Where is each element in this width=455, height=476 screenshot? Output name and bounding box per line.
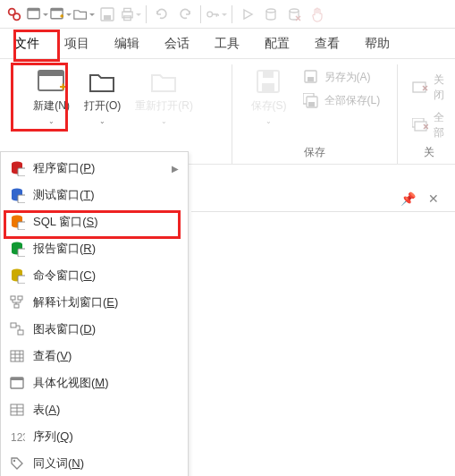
- ribbon-saveall-button[interactable]: 全部保存(L): [298, 89, 386, 111]
- key-icon[interactable]: [206, 4, 227, 25]
- svg-rect-44: [11, 378, 23, 380]
- svg-rect-17: [262, 83, 274, 91]
- separator: [200, 5, 201, 23]
- database-x-icon[interactable]: [283, 4, 305, 25]
- svg-rect-38: [18, 296, 22, 300]
- database-orange-icon: [8, 213, 26, 231]
- close-all-icon: [412, 117, 428, 133]
- submenu-view-query[interactable]: 查看(V): [1, 343, 188, 370]
- submenu-label: 具体化视图(M): [33, 375, 109, 391]
- window-new-icon: [37, 68, 67, 95]
- tree-icon: [8, 293, 26, 311]
- database-green-icon: [8, 240, 26, 258]
- svg-text:123: 123: [11, 431, 25, 444]
- ribbon: 新建(N) ⌄ 打开(O) ⌄ 重新打开(R) ⌄: [0, 59, 455, 165]
- database-yellow-icon: [8, 267, 26, 285]
- ribbon-group-save: 保存(S) ⌄ 另存为(A) 全部保存(L) 保存: [238, 64, 391, 164]
- ribbon-separator: [397, 64, 398, 164]
- hand-icon[interactable]: [307, 4, 328, 25]
- print-icon[interactable]: [120, 4, 141, 25]
- folder-reopen-icon: [149, 68, 180, 95]
- gear-icon[interactable]: [4, 4, 25, 25]
- ribbon-close-button[interactable]: 关闭: [407, 70, 455, 106]
- submenu-label: 测试窗口(T): [33, 187, 95, 203]
- submenu-command-window[interactable]: 命令窗口(C): [1, 262, 188, 289]
- ribbon-closeall-button[interactable]: 全部: [407, 107, 455, 143]
- svg-point-1: [13, 13, 20, 20]
- window-icon: [8, 374, 26, 392]
- svg-rect-39: [14, 304, 19, 308]
- submenu-label: 同义词(N): [33, 455, 84, 472]
- menu-edit[interactable]: 编辑: [104, 29, 150, 58]
- save-icon[interactable]: [97, 4, 118, 25]
- submenu-label: 解释计划窗口(E): [33, 294, 118, 310]
- ribbon-new-label: 新建(N): [33, 98, 70, 114]
- menu-tools[interactable]: 工具: [204, 29, 250, 58]
- submenu-label: 查看(V): [33, 348, 72, 364]
- svg-rect-18: [263, 72, 274, 78]
- undo-icon[interactable]: [151, 4, 173, 25]
- menu-session[interactable]: 会话: [154, 29, 200, 58]
- close-icon[interactable]: ✕: [428, 191, 439, 206]
- submenu-label: 报告窗口(R): [33, 241, 96, 257]
- save-all-icon: [303, 92, 319, 108]
- svg-rect-42: [11, 351, 23, 361]
- new-window-icon[interactable]: [27, 4, 48, 25]
- submenu-label: 序列(Q): [33, 429, 73, 445]
- submenu-arrow-icon: ▶: [172, 164, 179, 174]
- new-tab-icon[interactable]: [50, 4, 72, 25]
- svg-rect-5: [51, 8, 63, 11]
- separator: [146, 5, 147, 23]
- menu-help[interactable]: 帮助: [354, 29, 400, 58]
- submenu-sql-window[interactable]: SQL 窗口(S): [1, 208, 188, 235]
- ribbon-saveall-label: 全部保存(L): [324, 93, 381, 108]
- menu-view[interactable]: 查看: [304, 29, 350, 58]
- open-folder-icon[interactable]: [73, 4, 95, 25]
- redo-icon[interactable]: [174, 4, 196, 25]
- svg-point-12: [266, 9, 275, 13]
- submenu-label: SQL 窗口(S): [33, 214, 98, 230]
- chevron-down-icon: ⌄: [161, 117, 167, 125]
- submenu-sequence[interactable]: 123 序列(Q): [1, 423, 188, 450]
- pin-icon[interactable]: 📌: [400, 191, 416, 206]
- grid-icon: [8, 347, 26, 365]
- submenu-label: 图表窗口(D): [33, 321, 96, 337]
- submenu-test-window[interactable]: 测试窗口(T): [1, 182, 188, 208]
- menu-config[interactable]: 配置: [254, 29, 300, 58]
- submenu-program-window[interactable]: 程序窗口(P) ▶: [1, 155, 188, 182]
- submenu-report-window[interactable]: 报告窗口(R): [1, 235, 188, 262]
- svg-rect-15: [38, 71, 63, 76]
- submenu-label: 程序窗口(P): [33, 160, 95, 176]
- chevron-down-icon: ⌄: [265, 117, 272, 125]
- new-submenu: 程序窗口(P) ▶ 测试窗口(T) SQL 窗口(S) 报告窗口(R) 命令窗口…: [0, 151, 189, 476]
- ribbon-closeall-label: 全部: [434, 110, 450, 140]
- submenu-diagram-window[interactable]: 图表窗口(D): [1, 316, 188, 343]
- svg-point-11: [207, 12, 213, 17]
- ribbon-saveas-button[interactable]: 另存为(A): [298, 66, 386, 88]
- submenu-label: 表(A): [33, 402, 60, 418]
- ribbon-separator: [232, 64, 232, 164]
- database-blue-icon: [8, 186, 26, 204]
- svg-rect-3: [28, 8, 39, 11]
- submenu-explain-window[interactable]: 解释计划窗口(E): [1, 289, 188, 316]
- sequence-icon: 123: [8, 428, 26, 446]
- ribbon-new-button[interactable]: 新建(N) ⌄: [26, 64, 77, 131]
- run-icon[interactable]: [237, 4, 258, 25]
- ribbon-open-button[interactable]: 打开(O) ⌄: [77, 64, 128, 131]
- ribbon-reopen-button[interactable]: 重新打开(R) ⌄: [128, 64, 200, 131]
- svg-point-13: [290, 9, 299, 13]
- menu-file[interactable]: 文件: [4, 29, 50, 58]
- submenu-synonym[interactable]: 同义词(N): [1, 450, 188, 476]
- database-icon[interactable]: [260, 4, 282, 25]
- svg-rect-23: [308, 102, 315, 106]
- menu-project[interactable]: 项目: [54, 29, 100, 58]
- menubar: 文件 项目 编辑 会话 工具 配置 查看 帮助: [0, 29, 455, 59]
- svg-rect-37: [11, 296, 15, 300]
- svg-rect-7: [104, 15, 111, 20]
- close-window-icon: [412, 80, 428, 96]
- ribbon-save-button[interactable]: 保存(S) ⌄: [244, 64, 294, 131]
- document-tab-strip: 📌 ✕: [191, 185, 455, 212]
- submenu-matview[interactable]: 具体化视图(M): [1, 370, 188, 396]
- submenu-table[interactable]: 表(A): [1, 396, 188, 423]
- ribbon-saveas-label: 另存为(A): [324, 70, 371, 85]
